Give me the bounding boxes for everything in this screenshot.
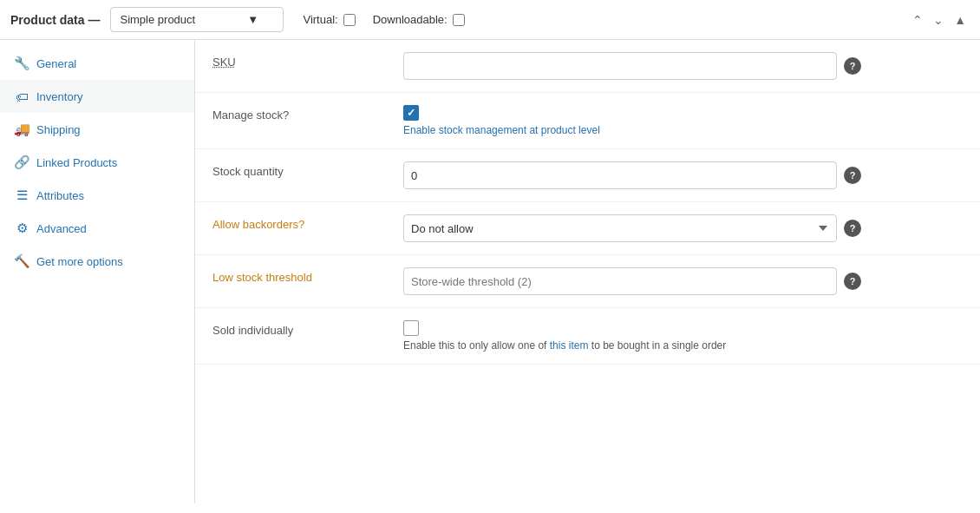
manage-stock-checkbox[interactable] [403, 105, 419, 121]
virtual-label-text: Virtual: [303, 13, 337, 26]
stock-quantity-help-icon[interactable]: ? [844, 167, 861, 184]
sidebar-item-advanced[interactable]: ⚙ Advanced [0, 212, 194, 245]
header-arrows: ⌃ ⌄ ▲ [909, 11, 970, 29]
sku-label-cell: SKU [195, 40, 386, 93]
allow-backorders-select[interactable]: Do not allow Allow, but notify customer … [403, 214, 837, 242]
product-data-header: Product data — Simple product ▼ Virtual:… [0, 0, 980, 40]
sidebar-shipping-label: Shipping [36, 123, 81, 136]
sold-individually-helper-start: Enable this to only allow one of [403, 339, 550, 352]
inventory-form-table: SKU ? Manage stock? [195, 40, 980, 365]
allow-backorders-label-cell: Allow backorders? [195, 202, 386, 255]
allow-backorders-label: Allow backorders? [212, 218, 304, 231]
low-stock-field-cell: ? [386, 255, 980, 308]
stock-quantity-field-cell: ? [386, 149, 980, 202]
sold-individually-helper-link[interactable]: this item [550, 339, 589, 352]
list-icon: ☰ [14, 187, 29, 203]
sidebar-item-attributes[interactable]: ☰ Attributes [0, 179, 194, 212]
sold-individually-helper: Enable this to only allow one of this it… [403, 339, 963, 352]
sidebar-get-more-label: Get more options [36, 255, 123, 268]
sidebar: 🔧 General 🏷 Inventory 🚚 Shipping 🔗 Linke… [0, 40, 195, 503]
sold-individually-checkbox[interactable] [403, 320, 419, 336]
allow-backorders-row: Allow backorders? Do not allow Allow, bu… [195, 202, 980, 255]
sidebar-item-general[interactable]: 🔧 General [0, 47, 194, 80]
sold-individually-field-row [403, 320, 963, 336]
low-stock-field-row: ? [403, 267, 963, 295]
stock-quantity-label: Stock quantity [212, 165, 284, 178]
truck-icon: 🚚 [14, 122, 29, 137]
downloadable-label-text: Downloadable: [373, 13, 448, 26]
sold-individually-field-cell: Enable this to only allow one of this it… [386, 308, 980, 365]
manage-stock-helper: Enable stock management at product level [403, 124, 963, 136]
sku-field-cell: ? [386, 40, 980, 93]
product-type-select[interactable]: Simple product ▼ [110, 7, 284, 32]
sku-help-icon[interactable]: ? [844, 57, 861, 75]
manage-stock-label: Manage stock? [212, 109, 289, 122]
sidebar-item-get-more-options[interactable]: 🔨 Get more options [0, 245, 194, 278]
arrow-up-alt-button[interactable]: ▲ [951, 11, 970, 29]
allow-backorders-help-icon[interactable]: ? [844, 220, 861, 237]
low-stock-help-icon[interactable]: ? [844, 273, 861, 290]
product-type-label: Simple product [120, 13, 195, 26]
allow-backorders-field-row: Do not allow Allow, but notify customer … [403, 214, 963, 242]
manage-stock-label-cell: Manage stock? [195, 93, 386, 149]
sold-individually-row: Sold individually Enable this to only al… [195, 308, 980, 365]
virtual-checkbox[interactable] [343, 14, 356, 26]
link-icon: 🔗 [14, 155, 29, 170]
sidebar-general-label: General [36, 57, 76, 70]
low-stock-threshold-row: Low stock threshold ? [195, 255, 980, 308]
sold-individually-helper-end: to be bought in a single order [588, 339, 726, 352]
sidebar-item-shipping[interactable]: 🚚 Shipping [0, 113, 194, 146]
hammer-icon: 🔨 [14, 253, 29, 269]
sidebar-advanced-label: Advanced [36, 222, 87, 235]
manage-stock-row: Manage stock? Enable stock management at… [195, 93, 980, 149]
wrench-icon: 🔧 [14, 56, 29, 71]
sku-field-row: ? [403, 52, 963, 80]
sku-label: SKU [212, 56, 236, 69]
sold-individually-label-cell: Sold individually [195, 308, 386, 365]
chevron-down-icon: ▼ [247, 13, 258, 26]
content-panel: SKU ? Manage stock? [195, 40, 980, 503]
downloadable-checkbox-label[interactable]: Downloadable: [373, 13, 465, 26]
allow-backorders-select-wrapper: Do not allow Allow, but notify customer … [403, 214, 837, 242]
stock-quantity-label-cell: Stock quantity [195, 149, 386, 202]
arrow-up-button[interactable]: ⌃ [909, 11, 926, 29]
sku-row: SKU ? [195, 40, 980, 93]
tag-icon: 🏷 [14, 89, 29, 104]
sold-individually-label: Sold individually [212, 324, 293, 337]
sidebar-inventory-label: Inventory [36, 90, 82, 103]
stock-quantity-field-row: ? [403, 161, 963, 189]
sidebar-attributes-label: Attributes [36, 189, 84, 202]
sidebar-item-linked-products[interactable]: 🔗 Linked Products [0, 146, 194, 179]
low-stock-label: Low stock threshold [212, 271, 312, 284]
header-separator: — [88, 13, 100, 27]
allow-backorders-field-cell: Do not allow Allow, but notify customer … [386, 202, 980, 255]
low-stock-input[interactable] [403, 267, 837, 295]
header-checkboxes: Virtual: Downloadable: [303, 13, 464, 26]
manage-stock-field-cell: Enable stock management at product level [386, 93, 980, 149]
sku-input[interactable] [403, 52, 837, 80]
arrow-down-button[interactable]: ⌄ [930, 11, 947, 29]
downloadable-checkbox[interactable] [453, 14, 465, 26]
sidebar-item-inventory[interactable]: 🏷 Inventory [0, 80, 194, 113]
manage-stock-field-row [403, 105, 963, 121]
stock-quantity-row: Stock quantity ? [195, 149, 980, 202]
low-stock-label-cell: Low stock threshold [195, 255, 386, 308]
main-content: 🔧 General 🏷 Inventory 🚚 Shipping 🔗 Linke… [0, 40, 980, 503]
sidebar-linked-products-label: Linked Products [36, 156, 117, 169]
stock-quantity-input[interactable] [403, 161, 837, 189]
product-data-title: Product data — [10, 13, 100, 27]
gear-icon: ⚙ [14, 220, 29, 236]
header-title-text: Product data [10, 13, 85, 27]
virtual-checkbox-label[interactable]: Virtual: [303, 13, 355, 26]
